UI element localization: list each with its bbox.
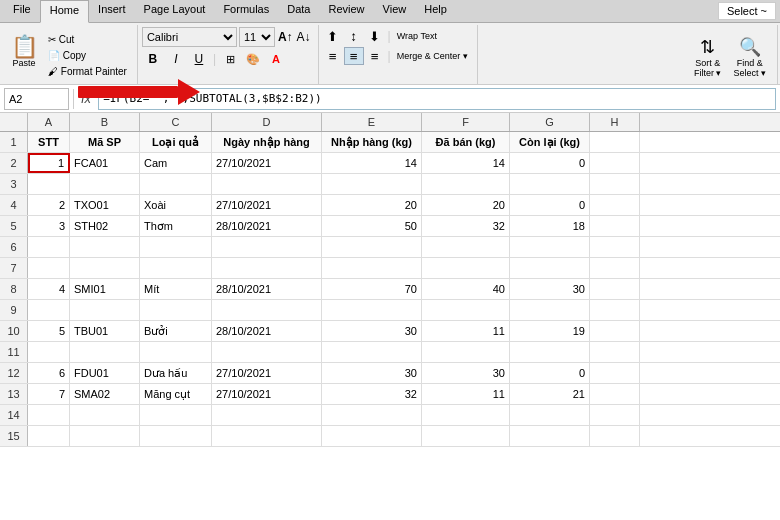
cell[interactable]: 5	[28, 321, 70, 341]
increase-font-button[interactable]: A↑	[277, 29, 294, 45]
cell[interactable]: TXO01	[70, 195, 140, 215]
cell[interactable]: Nhập hàng (kg)	[322, 132, 422, 152]
cell[interactable]: 20	[422, 195, 510, 215]
cell[interactable]	[140, 342, 212, 362]
cell[interactable]	[322, 342, 422, 362]
cell[interactable]: FCA01	[70, 153, 140, 173]
cell[interactable]	[140, 405, 212, 425]
col-header-b[interactable]: B	[70, 113, 140, 131]
cell[interactable]: Mít	[140, 279, 212, 299]
cell[interactable]	[590, 363, 640, 383]
cell[interactable]	[322, 237, 422, 257]
font-color-button[interactable]: A	[265, 49, 287, 69]
cell[interactable]: SMA02	[70, 384, 140, 404]
cell[interactable]: 0	[510, 363, 590, 383]
align-bottom-button[interactable]: ⬇	[365, 27, 385, 45]
cell[interactable]	[590, 342, 640, 362]
cell[interactable]: Ngày nhập hàng	[212, 132, 322, 152]
cell[interactable]: 0	[510, 195, 590, 215]
cell[interactable]: 18	[510, 216, 590, 236]
cell[interactable]: STT	[28, 132, 70, 152]
row-num[interactable]: 13	[0, 384, 28, 404]
row-num[interactable]: 7	[0, 258, 28, 278]
row-num[interactable]: 4	[0, 195, 28, 215]
col-header-a[interactable]: A	[28, 113, 70, 131]
cell[interactable]	[590, 174, 640, 194]
cell[interactable]	[70, 258, 140, 278]
cell[interactable]	[212, 237, 322, 257]
cell[interactable]	[140, 237, 212, 257]
cell[interactable]	[212, 426, 322, 446]
cell[interactable]	[140, 258, 212, 278]
cell[interactable]	[590, 300, 640, 320]
cell[interactable]	[28, 174, 70, 194]
cell[interactable]: Còn lại (kg)	[510, 132, 590, 152]
row-num[interactable]: 2	[0, 153, 28, 173]
row-num[interactable]: 1	[0, 132, 28, 152]
align-left-button[interactable]: ≡	[323, 47, 343, 65]
cell[interactable]: 14	[322, 153, 422, 173]
cell[interactable]: Đã bán (kg)	[422, 132, 510, 152]
cell[interactable]	[510, 426, 590, 446]
cell[interactable]	[70, 426, 140, 446]
cell[interactable]	[590, 405, 640, 425]
cell[interactable]	[422, 258, 510, 278]
cell[interactable]	[590, 237, 640, 257]
cell[interactable]: 30	[322, 363, 422, 383]
cell[interactable]	[28, 300, 70, 320]
cell[interactable]	[28, 405, 70, 425]
cell[interactable]: 14	[422, 153, 510, 173]
cell[interactable]: Măng cụt	[140, 384, 212, 404]
cell[interactable]: 1	[28, 153, 70, 173]
formula-input[interactable]: =IF(B2="","",SUBTOTAL(3,$B$2:B2))	[98, 88, 776, 110]
cell[interactable]: TBU01	[70, 321, 140, 341]
borders-button[interactable]: ⊞	[219, 49, 241, 69]
find-select-button[interactable]: 🔍 Find &Select ▾	[728, 33, 771, 77]
tab-data[interactable]: Data	[278, 0, 319, 22]
cell[interactable]	[212, 258, 322, 278]
cell[interactable]	[590, 216, 640, 236]
cell[interactable]	[28, 258, 70, 278]
cell[interactable]: 20	[322, 195, 422, 215]
cell[interactable]	[322, 426, 422, 446]
merge-center-button[interactable]: Merge & Center ▾	[394, 50, 471, 62]
font-name-select[interactable]: Calibri	[142, 27, 237, 47]
cell[interactable]: 30	[322, 321, 422, 341]
row-num[interactable]: 14	[0, 405, 28, 425]
row-num[interactable]: 15	[0, 426, 28, 446]
cell[interactable]	[510, 342, 590, 362]
cell[interactable]	[422, 342, 510, 362]
cell[interactable]: 6	[28, 363, 70, 383]
cell[interactable]	[322, 258, 422, 278]
cell[interactable]	[422, 237, 510, 257]
cell[interactable]	[590, 153, 640, 173]
row-num[interactable]: 11	[0, 342, 28, 362]
tab-view[interactable]: View	[374, 0, 416, 22]
cell[interactable]	[590, 384, 640, 404]
underline-button[interactable]: U	[188, 49, 210, 69]
decrease-font-button[interactable]: A↓	[296, 29, 312, 45]
cell[interactable]	[510, 174, 590, 194]
tab-review[interactable]: Review	[319, 0, 373, 22]
cell[interactable]	[322, 300, 422, 320]
font-size-select[interactable]: 11	[239, 27, 275, 47]
cell[interactable]	[322, 405, 422, 425]
tab-insert[interactable]: Insert	[89, 0, 135, 22]
row-num[interactable]: 12	[0, 363, 28, 383]
sort-filter-button[interactable]: ⇅ Sort &Filter ▾	[689, 33, 727, 77]
row-num[interactable]: 6	[0, 237, 28, 257]
row-num[interactable]: 10	[0, 321, 28, 341]
cell[interactable]	[510, 300, 590, 320]
cell[interactable]	[590, 321, 640, 341]
row-num[interactable]: 3	[0, 174, 28, 194]
cell[interactable]: 32	[422, 216, 510, 236]
cell[interactable]: 32	[322, 384, 422, 404]
cell[interactable]: 30	[422, 363, 510, 383]
cell[interactable]	[422, 300, 510, 320]
cell[interactable]: 7	[28, 384, 70, 404]
cell[interactable]: 11	[422, 321, 510, 341]
cell[interactable]: 0	[510, 153, 590, 173]
cell[interactable]: 4	[28, 279, 70, 299]
cell[interactable]	[70, 342, 140, 362]
cell[interactable]	[70, 405, 140, 425]
